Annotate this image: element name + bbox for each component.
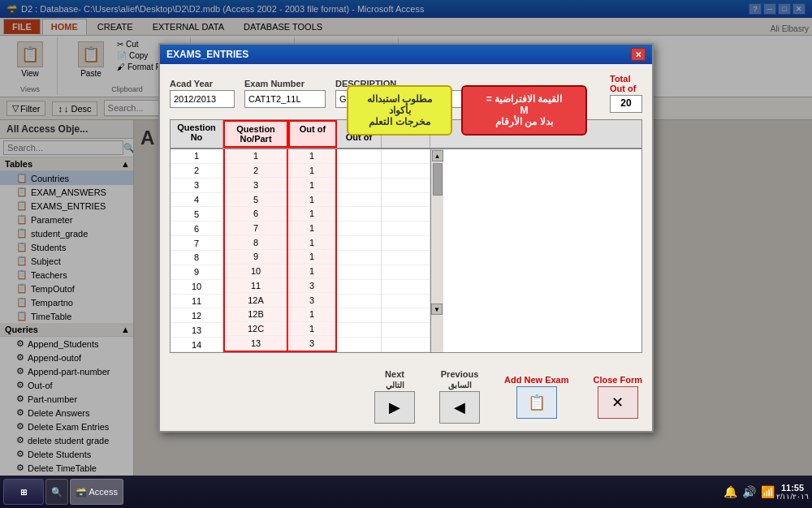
table-row <box>382 295 430 309</box>
access-taskbar-button[interactable]: 🗃️ Access <box>70 479 123 505</box>
previous-arabic-label: السابق <box>448 381 472 390</box>
table-row: 2 <box>225 164 287 179</box>
modal-title: EXAMS_ENTRIES <box>166 49 248 60</box>
table-row: 3 <box>288 278 335 293</box>
table-row: 14 <box>171 338 222 352</box>
table-row: 13 <box>171 323 222 338</box>
table-row <box>337 207 381 222</box>
table-row <box>382 338 430 352</box>
scroll-down-button[interactable]: ▼ <box>431 304 443 315</box>
table-row <box>337 323 381 338</box>
table-row <box>382 280 430 295</box>
table-row: 5 <box>225 192 287 207</box>
table-row <box>382 251 430 265</box>
col-total <box>337 149 382 352</box>
exam-number-label: Exam Number <box>244 79 304 88</box>
table-row <box>382 236 430 251</box>
table-row <box>382 193 430 208</box>
table-row: 8 <box>171 251 222 265</box>
search-taskbar-button[interactable]: 🔍 <box>45 479 68 505</box>
table-row <box>337 251 381 265</box>
table-row: 3 <box>288 336 335 351</box>
table-row: 1 <box>288 207 335 222</box>
exam-number-group: Exam Number <box>244 79 326 108</box>
callout-right-line1: القيمة الافتراضية = <box>473 93 576 105</box>
table-row: 1 <box>288 164 335 179</box>
table-row: 12B <box>225 308 287 322</box>
table-row: 1 <box>288 265 335 279</box>
table-row <box>382 164 430 179</box>
table-row: 9 <box>171 265 222 280</box>
table-row: 3 <box>288 293 335 308</box>
callout-left-line1: مطلوب استبداله بأكواد <box>358 93 441 116</box>
table-row: 13 <box>225 336 287 351</box>
col-question-num: 12356789101112A12B12C13 <box>223 149 288 352</box>
table-row: 1 <box>288 308 335 322</box>
data-table: Question No Question No/Part Out of Tota… <box>170 119 642 353</box>
taskbar: ⊞ 🔍 🗃️ Access 🔔 🔊 📶 11:55 ٢/١١/٢٠١٦ <box>0 476 812 508</box>
table-row: 1 <box>288 222 335 236</box>
scroll-up-button[interactable]: ▲ <box>432 150 443 161</box>
table-row <box>337 164 381 179</box>
table-row: 9 <box>225 250 287 265</box>
modal-close-button[interactable]: ✕ <box>631 48 646 61</box>
table-row: 7 <box>225 222 287 236</box>
close-form-group: Close Form ✕ <box>593 375 642 419</box>
table-row: 3 <box>225 178 287 192</box>
acad-year-group: Acad Year <box>170 79 235 108</box>
table-row: 5 <box>171 207 222 222</box>
table-row <box>337 338 381 352</box>
start-button[interactable]: ⊞ <box>3 479 44 505</box>
next-button[interactable]: ▶ <box>374 391 415 424</box>
scroll-thumb[interactable] <box>433 163 443 196</box>
callout-left: مطلوب استبداله بأكواد مخرجات التعلم <box>347 85 452 136</box>
callout-right-line2: M <box>473 105 576 116</box>
table-row: 10 <box>171 280 222 295</box>
col-header-question-no: Question No <box>171 120 223 148</box>
taskbar-icon-1[interactable]: 🔔 <box>723 485 737 498</box>
table-row <box>337 280 381 295</box>
table-body: 1234567891011121314 12356789101112A12B12… <box>171 149 641 352</box>
add-new-exam-button[interactable]: 📋 <box>516 386 557 419</box>
next-group: Next التالي ▶ <box>374 369 415 424</box>
table-row: 11 <box>171 295 222 309</box>
table-row <box>337 295 381 309</box>
exam-number-input[interactable] <box>244 90 326 108</box>
close-form-button[interactable]: ✕ <box>598 386 638 419</box>
total-out-of-label: TotalOut of <box>610 74 636 93</box>
col-out-of: 11111111133113 <box>288 149 337 352</box>
col-header-question-num: Question No/Part <box>223 120 288 148</box>
table-row: 1 <box>288 149 335 164</box>
table-row: 10 <box>225 265 287 279</box>
taskbar-icons: 🔔 🔊 📶 <box>723 485 775 498</box>
table-row <box>337 265 381 280</box>
col-outof2 <box>382 149 430 352</box>
table-row <box>337 308 381 323</box>
taskbar-icon-2[interactable]: 🔊 <box>742 485 756 498</box>
col-header-out-of: Out of <box>288 120 337 148</box>
table-row: 4 <box>171 193 222 208</box>
table-row <box>337 236 381 251</box>
table-row: 2 <box>171 164 222 179</box>
table-row: 3 <box>171 179 222 193</box>
table-row: 1 <box>288 178 335 192</box>
clock-time: 11:55 <box>776 483 809 493</box>
table-row: 1 <box>288 192 335 207</box>
table-row <box>382 207 430 222</box>
table-row: 8 <box>225 235 287 250</box>
previous-button[interactable]: ◀ <box>439 391 480 424</box>
table-row <box>382 179 430 193</box>
callout-right-line3: بدلا من الأرقام <box>473 116 576 127</box>
modal-title-bar: EXAMS_ENTRIES ✕ <box>160 45 652 64</box>
table-row <box>337 149 381 164</box>
table-row: 1 <box>288 250 335 265</box>
modal-dialog: EXAMS_ENTRIES ✕ مطلوب استبداله بأكواد مخ… <box>158 43 654 433</box>
taskbar-icon-3[interactable]: 📶 <box>761 485 775 498</box>
acad-year-input[interactable] <box>170 90 235 108</box>
table-row: 7 <box>171 236 222 251</box>
table-row <box>382 149 430 164</box>
add-new-exam-label: Add New Exam <box>504 375 568 385</box>
modal-bottom: Next التالي ▶ Previous السابق ◀ Add New … <box>160 363 652 430</box>
table-row: 11 <box>225 278 287 293</box>
scrollbar[interactable]: ▲ ▼ <box>430 149 443 352</box>
